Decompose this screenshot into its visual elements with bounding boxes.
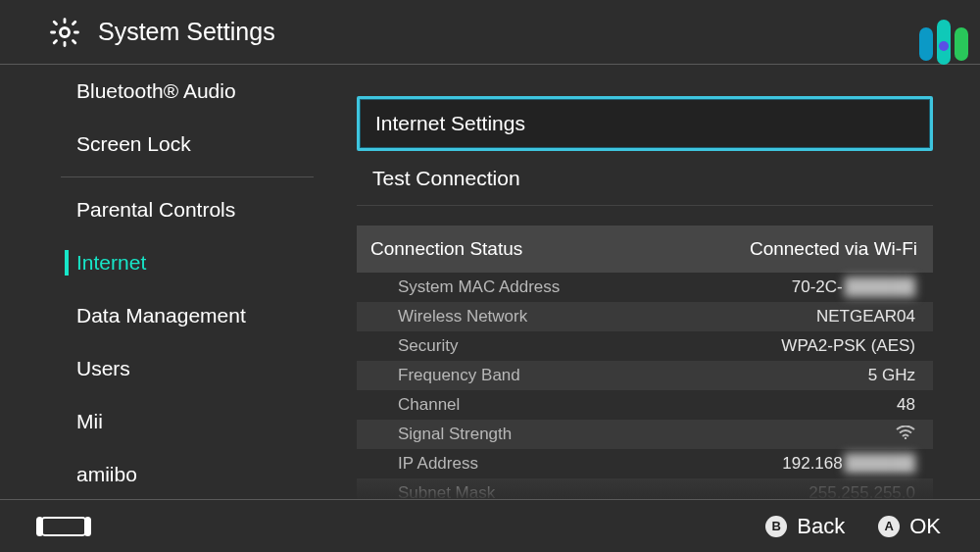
- sidebar-item-label: Internet: [76, 251, 146, 275]
- footer: BBackAOK: [0, 499, 980, 552]
- status-row-label: Frequency Band: [398, 366, 520, 385]
- svg-point-1: [905, 437, 906, 439]
- sidebar-item-mii[interactable]: Mii: [61, 395, 314, 448]
- status-row: Frequency Band5 GHz: [357, 361, 933, 390]
- header-left: System Settings: [47, 15, 275, 50]
- status-row-label: Signal Strength: [398, 425, 512, 444]
- status-row-label: IP Address: [398, 454, 478, 474]
- sidebar-item-users[interactable]: Users: [61, 342, 314, 395]
- controller-icon: [35, 515, 92, 538]
- gear-icon: [47, 15, 82, 50]
- status-row-label: System MAC Address: [398, 277, 560, 297]
- sidebar-item-label: Data Management: [76, 304, 246, 327]
- status-row: SecurityWPA2-PSK (AES): [357, 331, 933, 361]
- svg-point-0: [60, 27, 69, 36]
- menu-row-internet-settings[interactable]: Internet Settings: [357, 96, 933, 151]
- status-row-label: Channel: [398, 395, 460, 415]
- wifi-signal-icon: [896, 425, 915, 444]
- connection-status-header: Connection Status Connected via Wi-Fi: [357, 226, 933, 273]
- sidebar-item-internet[interactable]: Internet: [61, 236, 314, 289]
- back-button[interactable]: BBack: [765, 514, 845, 539]
- sidebar: Bluetooth® AudioScreen LockParental Cont…: [0, 65, 314, 499]
- menu-row-test-connection[interactable]: Test Connection: [357, 151, 933, 206]
- status-row: System MAC Address70-2C-██████: [357, 273, 933, 302]
- body: Bluetooth® AudioScreen LockParental Cont…: [0, 65, 980, 499]
- sidebar-item-label: Screen Lock: [76, 132, 191, 156]
- connection-status-value: Connected via Wi-Fi: [750, 238, 917, 260]
- sidebar-item-data-management[interactable]: Data Management: [61, 289, 314, 342]
- header: System Settings: [0, 0, 980, 65]
- main-panel: Internet SettingsTest Connection Connect…: [314, 65, 980, 499]
- sidebar-item-label: Users: [76, 357, 130, 380]
- svg-rect-4: [84, 517, 91, 536]
- sidebar-item-label: Bluetooth® Audio: [76, 79, 236, 103]
- sidebar-item-amiibo[interactable]: amiibo: [61, 448, 314, 499]
- status-row: Channel48: [357, 390, 933, 420]
- status-row-value: WPA2-PSK (AES): [781, 336, 915, 356]
- status-row-value: 5 GHz: [868, 366, 915, 385]
- menu-row-label: Internet Settings: [375, 112, 525, 135]
- connection-status-label: Connection Status: [370, 238, 522, 260]
- status-row: Subnet Mask255.255.255.0: [357, 478, 933, 499]
- sidebar-item-label: Mii: [76, 410, 103, 433]
- ok-button[interactable]: AOK: [878, 514, 941, 539]
- button-label: OK: [909, 514, 941, 539]
- sidebar-item-parental-controls[interactable]: Parental Controls: [61, 183, 314, 236]
- status-row-value: NETGEAR04: [816, 307, 915, 326]
- sidebar-divider: [61, 176, 314, 177]
- status-row: Signal Strength: [357, 420, 933, 449]
- svg-rect-3: [36, 517, 43, 536]
- svg-rect-2: [41, 518, 86, 535]
- status-row-value: 255.255.255.0: [808, 483, 915, 499]
- sidebar-item-screen-lock[interactable]: Screen Lock: [61, 118, 314, 171]
- button-key-icon: B: [765, 516, 787, 537]
- status-row-label: Security: [398, 336, 458, 356]
- sidebar-item-label: amiibo: [76, 463, 137, 486]
- sidebar-item-bluetooth-audio[interactable]: Bluetooth® Audio: [61, 65, 314, 118]
- status-row-label: Wireless Network: [398, 307, 527, 326]
- status-row: Wireless NetworkNETGEAR04: [357, 302, 933, 331]
- footer-left: [35, 515, 92, 538]
- status-row-value: 48: [897, 395, 915, 415]
- screen: System Settings Bluetooth® AudioScreen L…: [0, 0, 980, 552]
- status-row-value: 192.168██████: [782, 454, 915, 474]
- status-row: IP Address192.168██████: [357, 449, 933, 478]
- status-row-value: 70-2C-██████: [792, 277, 915, 297]
- status-row-label: Subnet Mask: [398, 483, 495, 499]
- logo-icon: [919, 14, 968, 65]
- button-key-icon: A: [878, 516, 900, 537]
- page-title: System Settings: [98, 18, 275, 46]
- sidebar-item-label: Parental Controls: [76, 198, 235, 222]
- button-label: Back: [797, 514, 845, 539]
- menu-row-label: Test Connection: [372, 167, 520, 190]
